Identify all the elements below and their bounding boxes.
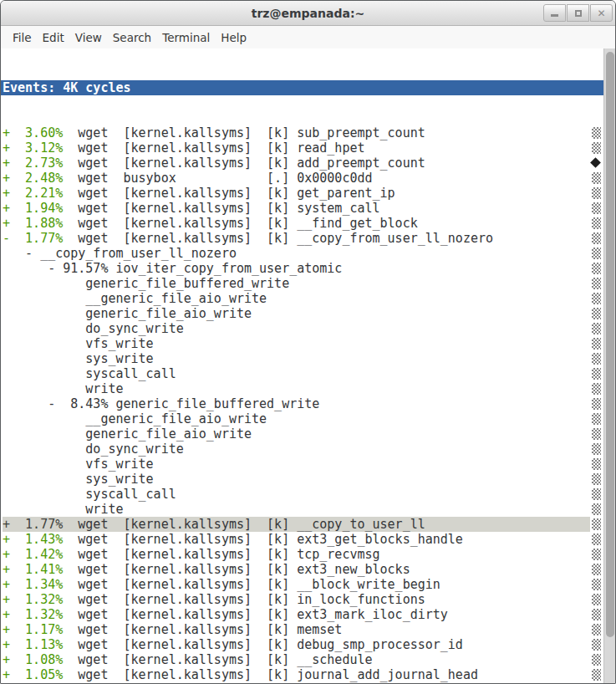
perf-callchain-text: vfs_write xyxy=(3,336,154,351)
perf-callchain-text: do_sync_write xyxy=(3,442,184,457)
perf-callchain-text: syscall_call xyxy=(3,366,176,381)
perf-entry-row[interactable]: + 1.13% wget [kernel.kallsyms] [k] debug… xyxy=(3,637,603,652)
perf-entry-row[interactable]: + 1.32% wget [kernel.kallsyms] [k] ext3_… xyxy=(3,607,603,622)
perf-callchain-row[interactable]: write xyxy=(3,381,603,396)
tui-scrollbar-block-icon xyxy=(592,127,601,139)
perf-entry-row[interactable]: + 2.48% wget busybox [.] 0x0000c0dd xyxy=(3,171,603,186)
tui-scrollbar-block-icon xyxy=(592,383,601,395)
perf-callchain-text: syscall_call xyxy=(3,487,176,502)
perf-row-percent: + 1.43% xyxy=(3,532,63,547)
tui-scrollbar-block-icon xyxy=(592,579,601,590)
tui-scrollbar-block-icon xyxy=(592,232,601,244)
terminal-scrollbar[interactable] xyxy=(603,48,615,683)
perf-row-percent: + 2.73% xyxy=(3,156,63,171)
perf-entry-row[interactable]: + 1.94% wget [kernel.kallsyms] [k] syste… xyxy=(3,201,603,216)
perf-row-detail: wget [kernel.kallsyms] [k] __schedule xyxy=(63,652,372,667)
tui-scrollbar-block-icon xyxy=(592,654,601,666)
perf-row-percent: + 1.94% xyxy=(3,201,63,216)
perf-entry-row[interactable]: + 1.34% wget [kernel.kallsyms] [k] __blo… xyxy=(3,577,603,592)
perf-row-percent: + 1.88% xyxy=(3,216,63,231)
menu-item-help[interactable]: Help xyxy=(216,28,252,48)
perf-row-percent: + 1.32% xyxy=(3,592,63,607)
menu-item-file[interactable]: File xyxy=(8,28,37,48)
close-button[interactable]: ✕ xyxy=(590,4,613,22)
perf-entry-row[interactable]: + 1.77% wget [kernel.kallsyms] [k] __cop… xyxy=(3,517,603,532)
perf-callchain-row[interactable]: - 8.43% generic_file_buffered_write xyxy=(3,396,603,411)
perf-callchain-row[interactable]: syscall_call xyxy=(3,487,603,502)
perf-row-percent: + 2.21% xyxy=(3,186,63,201)
title-bar[interactable]: trz@empanada:~ ✕ xyxy=(1,1,615,26)
perf-callchain-row[interactable]: - __copy_from_user_ll_nozero xyxy=(3,246,603,261)
perf-entry-row[interactable]: + 1.88% wget [kernel.kallsyms] [k] __fin… xyxy=(3,216,603,231)
perf-entry-row[interactable]: + 1.05% wget [kernel.kallsyms] [k] journ… xyxy=(3,667,603,682)
perf-callchain-row[interactable]: syscall_call xyxy=(3,366,603,381)
perf-callchain-row[interactable]: generic_file_buffered_write xyxy=(3,276,603,291)
perf-row-percent: + 1.42% xyxy=(3,547,63,562)
perf-callchain-row[interactable]: do_sync_write xyxy=(3,321,603,336)
minimize-button[interactable] xyxy=(543,4,566,22)
perf-callchain-text: __generic_file_aio_write xyxy=(3,291,267,306)
perf-entry-row[interactable]: + 1.08% wget [kernel.kallsyms] [k] __sch… xyxy=(3,652,603,667)
tui-scrollbar-thumb-diamond-icon xyxy=(590,157,601,168)
perf-entry-row[interactable]: + 2.21% wget [kernel.kallsyms] [k] get_p… xyxy=(3,186,603,201)
perf-row-percent: + 1.32% xyxy=(3,607,63,622)
perf-callchain-row[interactable]: - 91.57% iov_iter_copy_from_user_atomic xyxy=(3,261,603,276)
perf-row-percent: + 1.05% xyxy=(3,667,63,682)
perf-row-detail: wget [kernel.kallsyms] [k] read_hpet xyxy=(63,140,364,156)
perf-callchain-row[interactable]: do_sync_write xyxy=(3,442,603,457)
terminal-scrollbar-thumb[interactable] xyxy=(606,52,614,637)
window-title: trz@empanada:~ xyxy=(252,7,365,20)
perf-callchain-row[interactable]: sys_write xyxy=(3,351,603,366)
perf-callchain-row[interactable]: generic_file_aio_write xyxy=(3,426,603,442)
perf-callchain-row[interactable]: __generic_file_aio_write xyxy=(3,411,603,426)
tui-scrollbar-block-icon xyxy=(592,187,601,199)
tui-scrollbar-block-icon xyxy=(592,217,601,229)
perf-entry-row[interactable]: + 3.60% wget [kernel.kallsyms] [k] sub_p… xyxy=(3,125,603,140)
perf-callchain-row[interactable]: __generic_file_aio_write xyxy=(3,291,603,306)
tui-scrollbar-block-icon xyxy=(592,458,601,470)
perf-entry-row[interactable]: + 1.32% wget [kernel.kallsyms] [k] in_lo… xyxy=(3,592,603,607)
tui-scrollbar-block-icon xyxy=(592,308,601,319)
tui-scrollbar-block-icon xyxy=(592,594,601,605)
perf-entry-row[interactable]: + 2.73% wget [kernel.kallsyms] [k] add_p… xyxy=(3,156,603,171)
menu-item-edit[interactable]: Edit xyxy=(38,28,69,48)
tui-scrollbar-block-icon xyxy=(592,172,601,184)
minimize-icon xyxy=(551,14,558,17)
perf-entry-row[interactable]: + 1.43% wget [kernel.kallsyms] [k] ext3_… xyxy=(3,532,603,547)
perf-callchain-text: vfs_write xyxy=(3,457,154,472)
maximize-button[interactable] xyxy=(567,4,589,22)
tui-scrollbar-block-icon xyxy=(592,248,601,259)
perf-callchain-row[interactable]: write xyxy=(3,502,603,517)
menu-item-search[interactable]: Search xyxy=(108,28,156,48)
perf-row-detail: wget [kernel.kallsyms] [k] add_preempt_c… xyxy=(63,156,425,171)
perf-row-percent: + 1.17% xyxy=(3,622,63,637)
perf-callchain-row[interactable]: sys_write xyxy=(3,472,603,487)
perf-row-detail: wget [kernel.kallsyms] [k] memset xyxy=(63,622,342,637)
perf-row-detail: wget [kernel.kallsyms] [k] get_parent_ip xyxy=(63,186,395,201)
menu-item-terminal[interactable]: Terminal xyxy=(157,28,215,48)
menu-item-view[interactable]: View xyxy=(70,28,107,48)
perf-entry-row[interactable]: + 0.92% wget [kernel.kallsyms] [k] __ext… xyxy=(3,682,603,683)
perf-row-detail: wget busybox [.] 0x0000c0dd xyxy=(63,171,372,186)
perf-callchain-row[interactable]: vfs_write xyxy=(3,457,603,472)
window-controls: ✕ xyxy=(543,4,613,22)
perf-row-detail: wget [kernel.kallsyms] [k] tcp_recvmsg xyxy=(63,547,379,562)
perf-events-header: Events: 4K cycles xyxy=(1,80,603,95)
perf-entry-row[interactable]: + 1.17% wget [kernel.kallsyms] [k] memse… xyxy=(3,622,603,637)
perf-entry-row[interactable]: + 1.42% wget [kernel.kallsyms] [k] tcp_r… xyxy=(3,547,603,562)
perf-entry-row[interactable]: + 3.12% wget [kernel.kallsyms] [k] read_… xyxy=(3,140,603,156)
perf-row-detail: wget [kernel.kallsyms] [k] debug_smp_pro… xyxy=(63,637,463,652)
perf-row-detail: wget [kernel.kallsyms] [k] ext3_mark_ilo… xyxy=(63,607,448,622)
perf-entry-row[interactable]: + 1.41% wget [kernel.kallsyms] [k] ext3_… xyxy=(3,562,603,577)
tui-scrollbar-block-icon xyxy=(592,413,601,425)
perf-row-percent: + 1.08% xyxy=(3,652,63,667)
perf-callchain-row[interactable]: generic_file_aio_write xyxy=(3,306,603,321)
perf-entry-row[interactable]: - 1.77% wget [kernel.kallsyms] [k] __cop… xyxy=(3,231,603,246)
perf-callchain-row[interactable]: vfs_write xyxy=(3,336,603,351)
tui-scrollbar-block-icon xyxy=(592,278,601,289)
perf-row-percent: + 0.92% xyxy=(3,682,63,683)
tui-scrollbar-block-icon xyxy=(592,549,601,560)
tui-scrollbar-block-icon xyxy=(592,624,601,636)
perf-row-detail: wget [kernel.kallsyms] [k] __block_write… xyxy=(63,577,440,592)
perf-callchain-text: generic_file_aio_write xyxy=(3,306,252,321)
